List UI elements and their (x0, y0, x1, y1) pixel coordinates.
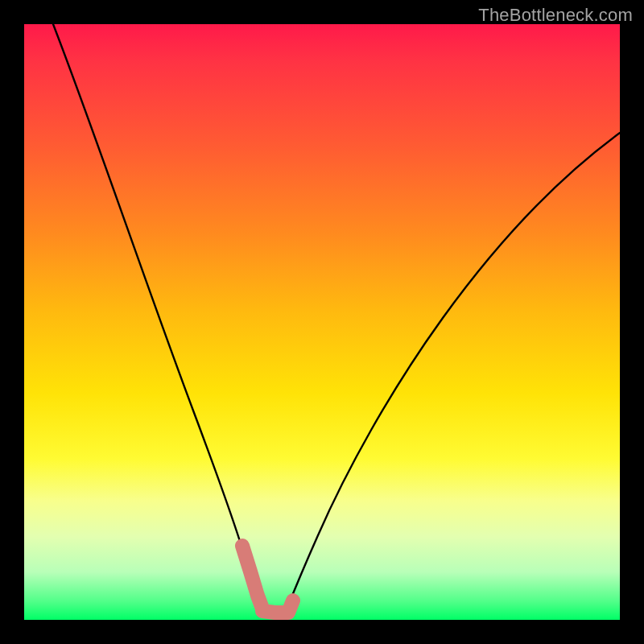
right-branch-curve (285, 133, 620, 613)
left-branch-curve (53, 24, 266, 613)
chart-frame: TheBottleneck.com (0, 0, 644, 644)
trough-highlight (242, 546, 293, 613)
curve-layer (24, 24, 620, 620)
watermark-text: TheBottleneck.com (478, 5, 633, 26)
plot-area (24, 24, 620, 620)
